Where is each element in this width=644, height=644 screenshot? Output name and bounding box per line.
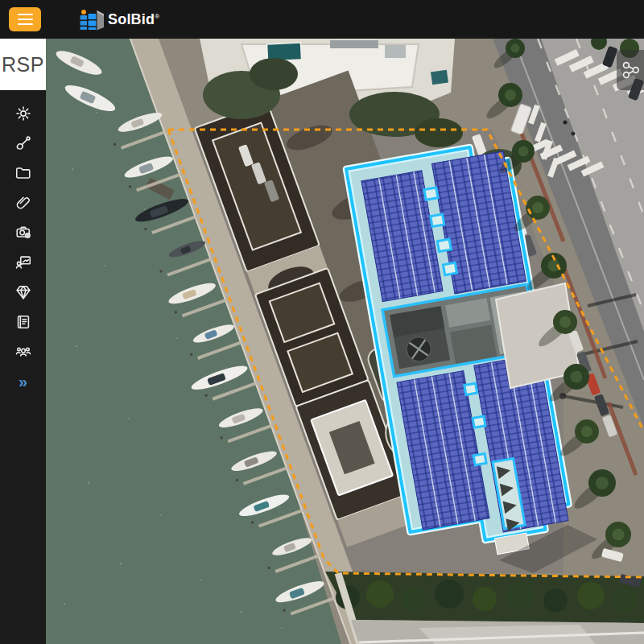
share-nodes-icon — [621, 58, 639, 82]
sidebar-item-ledger[interactable] — [0, 307, 46, 336]
map-viewport — [46, 39, 644, 644]
map-canvas[interactable] — [46, 39, 644, 644]
sidebar-expand-button[interactable]: » — [0, 367, 46, 397]
logo-text: SolBid® — [108, 11, 159, 28]
sidebar-item-attachments[interactable] — [0, 188, 46, 217]
building-south — [351, 620, 644, 644]
solbid-logo[interactable]: SolBid® — [77, 6, 159, 32]
workspace-label[interactable]: RSP — [0, 39, 46, 90]
sidebar-item-team[interactable] — [0, 336, 46, 366]
sidebar: RSP — [0, 39, 46, 644]
presentation-icon — [14, 254, 32, 271]
folder-icon — [14, 164, 32, 182]
sidebar-item-files[interactable] — [0, 158, 46, 188]
share-button[interactable] — [617, 50, 644, 90]
top-bar: SolBid® — [0, 0, 644, 39]
paperclip-icon — [14, 194, 32, 212]
sidebar-item-sitework[interactable] — [0, 128, 46, 158]
sidebar-item-settings[interactable] — [0, 98, 46, 128]
hamburger-icon — [18, 14, 33, 16]
solbid-logo-icon — [77, 6, 105, 32]
sidebar-nav: » — [0, 98, 46, 397]
diamond-icon — [14, 283, 32, 301]
registered-mark: ® — [155, 13, 159, 20]
sidebar-item-premium[interactable] — [0, 277, 46, 307]
ledger-icon — [14, 313, 32, 331]
south-hedge — [325, 572, 644, 623]
shovel-icon — [14, 134, 32, 152]
camera-icon — [14, 224, 32, 242]
gear-icon — [14, 105, 32, 122]
menu-toggle-button[interactable] — [9, 7, 41, 31]
sidebar-item-presentation[interactable] — [0, 247, 46, 277]
sidebar-item-site-photos[interactable] — [0, 217, 46, 247]
team-icon — [14, 343, 32, 361]
solbid-app: SolBid® RSP — [0, 0, 644, 644]
